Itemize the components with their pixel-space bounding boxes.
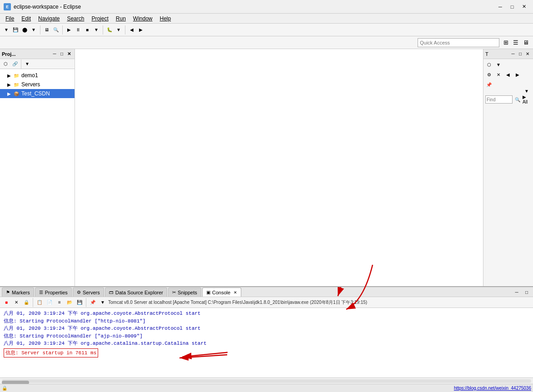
tab-markers-label: Markers [12,290,30,295]
menu-file[interactable]: File [2,14,18,24]
toolbar-btn-print[interactable]: ⬤ [20,25,29,35]
console-scroll-lock-btn[interactable]: 🔒 [22,298,31,307]
open-view-icon[interactable]: 🖥 [521,38,530,47]
toolbar-btn-save[interactable]: 💾 [11,25,20,35]
right-btn-4[interactable]: ◀ [503,70,513,79]
right-maximize-button[interactable]: □ [517,50,524,58]
tab-servers-label: Servers [83,290,100,295]
menu-help[interactable]: Help [156,14,175,24]
find-input[interactable] [485,95,513,104]
menu-navigate[interactable]: Navigate [35,14,63,24]
perspectives-icon[interactable]: ⊞ [501,38,510,47]
toolbar-btn-dropdown3[interactable]: ▼ [114,25,123,35]
quickaccess-bar: ⊞ ☰ 🖥 [0,36,533,49]
minimize-panel-button[interactable]: ─ [51,50,58,58]
right-btn-5[interactable]: ▶ [513,70,522,79]
menu-project[interactable]: Project [88,14,112,24]
console-terminate-btn[interactable]: ■ [2,298,11,307]
expand-test-csdn: ▶ [7,91,13,96]
right-btn-3[interactable]: ✕ [494,70,503,79]
tree-item-servers[interactable]: ▶ 📁 Servers [0,80,75,89]
toolbar-btn-run[interactable]: ▶ [65,25,74,35]
console-close-icon[interactable]: ✕ [234,290,237,295]
console-line-5: 八月 01, 2020 3:19:24 下午 org.apache.catali… [4,340,529,347]
tab-console-label: Console [212,290,230,295]
right-btn-dropdown[interactable]: ▼ [494,60,503,69]
right-toolbar-row2: ⚙ ✕ ◀ ▶ [484,70,532,79]
toolbar-btn-new[interactable]: ▼ [2,25,11,35]
toolbar-sep-4 [125,25,125,35]
tab-markers[interactable]: ⚑ Markers [2,288,34,297]
menu-edit[interactable]: Edit [18,14,35,24]
console-copy-btn[interactable]: 📋 [35,298,44,307]
collapse-all-button[interactable]: ⬡ [1,60,10,69]
project-explorer-header: Proj... ─ □ ✕ [0,49,75,59]
console-sep1 [33,298,33,307]
toolbar-btn-dropdown[interactable]: ▼ [29,25,38,35]
console-paste-btn[interactable]: 📄 [45,298,54,307]
toolbar-btn-search[interactable]: 🔍 [51,25,60,35]
find-search-icon[interactable]: 🔍 [513,95,522,104]
tree-item-demo1[interactable]: ▶ 📁 demo1 [0,71,75,80]
right-toolbar-row1: ⬡ ▼ [484,60,532,69]
bottom-maximize-button[interactable]: □ [522,288,531,297]
hscroll-track[interactable] [2,379,531,383]
menu-window[interactable]: Window [130,14,156,24]
toolbar-btn-dropdown2[interactable]: ▼ [92,25,101,35]
toolbar-btn-forward[interactable]: ▶ [136,25,145,35]
open-perspective-icon[interactable]: ☰ [511,38,520,47]
right-btn-6[interactable]: 📌 [484,80,493,89]
right-btn-2[interactable]: ⚙ [484,70,493,79]
toolbar-btn-monitor[interactable]: 🖥 [42,25,51,35]
tab-snippets[interactable]: ✂ Snippets [168,288,201,297]
tab-console[interactable]: ▣ Console ✕ [202,288,241,297]
datasource-tab-icon: 🗃 [109,290,114,295]
menu-search[interactable]: Search [63,14,88,24]
tab-properties[interactable]: ☰ Properties [35,288,72,297]
view-menu-button[interactable]: ▼ [23,60,32,69]
maximize-panel-button[interactable]: □ [58,50,65,58]
toolbar-sep-2 [62,25,63,35]
right-find-bar: 🔍 ▶ All [483,93,533,106]
tab-datasource[interactable]: 🗃 Data Source Explorer [105,288,167,297]
app-icon: E [4,3,11,10]
right-btn-1[interactable]: ⬡ [484,60,493,69]
quickaccess-input[interactable] [418,38,499,47]
bottom-minimize-button[interactable]: ─ [512,288,521,297]
toolbar-btn-back[interactable]: ◀ [127,25,136,35]
tab-servers[interactable]: ⚙ Servers [73,288,104,297]
minimize-button[interactable]: ─ [495,2,506,11]
close-panel-button[interactable]: ✕ [65,50,73,58]
console-dropdown-btn[interactable]: ▼ [98,298,107,307]
menu-run[interactable]: Run [112,14,130,24]
console-pin-btn[interactable]: 📌 [88,298,97,307]
toolbar-btn-pause[interactable]: ⏸ [74,25,83,35]
snippets-tab-icon: ✂ [172,290,176,295]
tab-datasource-label: Data Source Explorer [115,290,163,295]
toolbar-group-5: ◀ ▶ [127,25,145,35]
link-editor-button[interactable]: 🔗 [10,60,20,69]
console-save-btn[interactable]: 💾 [75,298,84,307]
toolbar-group-2: 🖥 🔍 [42,25,60,35]
right-minimize-button[interactable]: ─ [509,50,517,58]
console-hscrollbar[interactable] [0,377,533,384]
console-clear-btn[interactable]: ✕ [12,298,21,307]
close-button[interactable]: ✕ [518,2,529,11]
console-select-btn[interactable]: ≡ [55,298,64,307]
console-line-3: 八月 01, 2020 3:19:24 下午 org.apache.coyote… [4,325,529,332]
folder-icon-servers: 📁 [13,81,20,88]
folder-icon-demo1: 📁 [13,72,20,79]
window-controls: ─ □ ✕ [495,2,529,11]
window-title: eclipse-workspace - Eclipse [14,4,495,10]
console-open-btn[interactable]: 📂 [65,298,74,307]
toolbar-btn-debug[interactable]: 🐛 [105,25,114,35]
console-toolbar: ■ ✕ 🔒 📋 📄 ≡ 📂 💾 📌 ▼ Tomcat v8.0 Server a… [0,297,533,308]
right-panel-header: T ─ □ ✕ [483,49,533,59]
right-close-button[interactable]: ✕ [524,50,531,58]
maximize-button[interactable]: □ [507,2,518,11]
toolbar-btn-stop[interactable]: ■ [83,25,92,35]
tree-item-test-csdn[interactable]: ▶ 📦 Test_CSDN [0,89,75,98]
toolbar-sep-3 [103,25,103,35]
statusbar-url[interactable]: https://blog.csdn.net/weixin_44275036 [454,386,531,391]
tree-label-demo1: demo1 [21,72,38,79]
